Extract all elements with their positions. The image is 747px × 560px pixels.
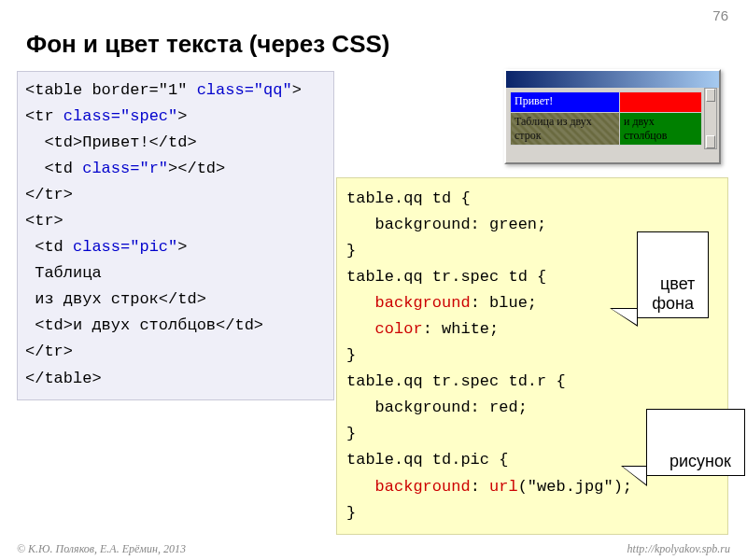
code-prop: color xyxy=(375,320,423,338)
code-attr: class="spec" xyxy=(63,107,177,125)
code-line: } xyxy=(346,346,356,364)
code-line: > xyxy=(292,81,302,99)
html-code-block: <table border="1" class="qq"> <tr class=… xyxy=(17,71,334,400)
code-attr: class="pic" xyxy=(73,238,177,256)
code-line: <td>и двух столбцов</td> xyxy=(25,316,263,334)
preview-table: Привет! Таблица из двух строк и двух сто… xyxy=(510,91,702,146)
code-line: </table> xyxy=(25,370,102,387)
code-line: </tr> xyxy=(25,186,73,203)
code-line: : blue; xyxy=(471,294,537,312)
code-line: } xyxy=(346,425,356,442)
code-line: Таблица xyxy=(25,264,102,282)
preview-cell: Привет! xyxy=(511,92,620,113)
code-prop: background xyxy=(375,294,471,312)
code-line: table.qq td { xyxy=(346,189,471,207)
code-line: <td xyxy=(25,160,82,177)
callout-image: рисунок xyxy=(646,409,745,476)
footer-copyright: © К.Ю. Поляков, Е.А. Ерёмин, 2013 xyxy=(17,542,186,555)
code-line xyxy=(346,478,375,496)
preview-cell xyxy=(619,92,701,113)
code-attr: class="r" xyxy=(82,160,168,177)
code-line: <table border="1" xyxy=(25,81,197,99)
code-line: } xyxy=(346,504,356,522)
callout-tail-icon xyxy=(610,308,638,327)
preview-window: Привет! Таблица из двух строк и двух сто… xyxy=(504,69,721,164)
callout-text: цвет фона xyxy=(652,274,695,313)
code-line: <td xyxy=(25,238,73,256)
code-line: table.qq tr.spec td { xyxy=(346,268,546,286)
code-line: background: green; xyxy=(346,216,546,233)
code-line: из двух строк</td> xyxy=(25,290,206,308)
slide-title: Фон и цвет текста (через CSS) xyxy=(26,30,389,59)
code-line: <td>Привет!</td> xyxy=(25,133,197,151)
preview-cell: Таблица из двух строк xyxy=(511,113,620,146)
code-line: table.qq tr.spec td.r { xyxy=(346,372,566,390)
code-line: <tr> xyxy=(25,212,63,230)
preview-titlebar xyxy=(506,71,719,88)
code-func: url xyxy=(489,478,518,496)
code-line xyxy=(346,320,375,338)
code-line: > xyxy=(177,107,187,125)
code-line: <tr xyxy=(25,107,63,125)
code-prop: background xyxy=(375,478,471,496)
code-line xyxy=(346,294,375,312)
code-line: : xyxy=(471,478,489,496)
callout-bgcolor: цвет фона xyxy=(637,231,709,318)
code-line: ("web.jpg"); xyxy=(518,478,632,496)
preview-cell: и двух столбцов xyxy=(619,113,701,146)
page-number: 76 xyxy=(712,7,728,23)
code-line: </tr> xyxy=(25,343,73,360)
code-line: table.qq td.pic { xyxy=(346,451,508,469)
code-line: : white; xyxy=(423,320,500,338)
code-line: ></td> xyxy=(168,160,225,177)
footer: © К.Ю. Поляков, Е.А. Ерёмин, 2013 http:/… xyxy=(17,542,730,556)
footer-url: http://kpolyakov.spb.ru xyxy=(627,542,730,556)
scrollbar[interactable] xyxy=(704,88,717,149)
code-attr: class="qq" xyxy=(197,81,292,99)
callout-tail-icon xyxy=(621,466,647,486)
callout-text: рисунок xyxy=(669,452,731,470)
code-line: } xyxy=(346,242,356,259)
code-line: background: red; xyxy=(346,399,528,416)
code-line: > xyxy=(177,238,187,256)
